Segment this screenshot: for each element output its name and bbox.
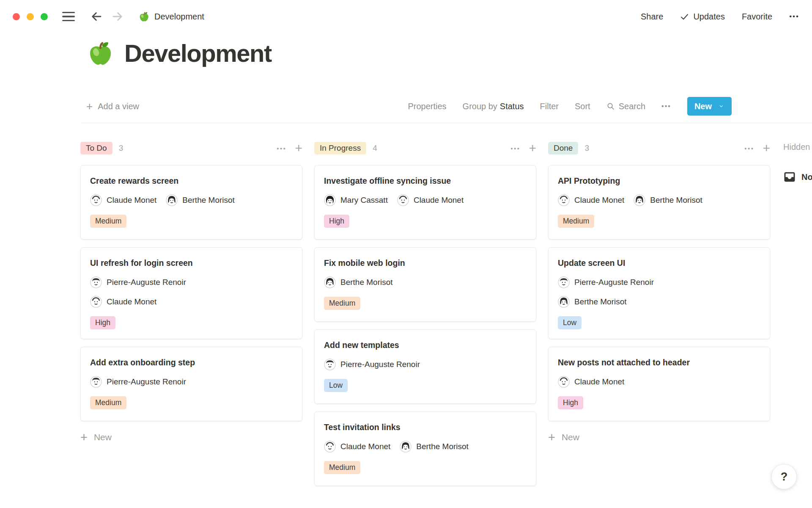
- inbox-icon: [783, 171, 796, 183]
- favorite-label: Favorite: [742, 12, 772, 22]
- card-assignees: Pierre-Auguste Renoir: [90, 376, 293, 388]
- assignee-row: Claude MonetBerthe Morisot: [90, 194, 293, 206]
- kanban-card[interactable]: Fix mobile web login Berthe Morisot Medi…: [314, 247, 536, 322]
- updates-button[interactable]: Updates: [680, 12, 725, 22]
- page-icon-apple[interactable]: [86, 39, 114, 67]
- morisot-avatar-icon: [400, 441, 411, 453]
- sidebar-menu-icon[interactable]: [62, 12, 75, 21]
- column-more-icon[interactable]: •••: [277, 145, 286, 152]
- assignee-name: Berthe Morisot: [650, 196, 702, 205]
- renoir-avatar-icon: [90, 276, 102, 288]
- renoir-avatar-icon: [90, 376, 102, 388]
- assignee-row: Claude MonetBerthe Morisot: [324, 441, 527, 453]
- kanban-card[interactable]: Investigate offline syncing issue Mary C…: [314, 165, 536, 240]
- board-column: To Do 3 ••• + Create rewards screen Clau…: [80, 141, 302, 494]
- column-status-pill[interactable]: To Do: [80, 142, 112, 155]
- monet-avatar-icon: [397, 194, 409, 206]
- group-by-label: Group by: [463, 102, 497, 111]
- kanban-card[interactable]: New posts not attached to header Claude …: [548, 347, 770, 421]
- properties-button[interactable]: Properties: [408, 102, 446, 111]
- card-tag-row: Medium: [324, 461, 527, 474]
- page-header: Development: [86, 39, 272, 67]
- priority-tag: Medium: [324, 297, 360, 310]
- share-button[interactable]: Share: [641, 12, 663, 22]
- view-toolbar: + Add a view Properties Group byStatus F…: [86, 96, 732, 117]
- column-count: 3: [584, 144, 589, 153]
- hidden-columns-label[interactable]: Hidden columns: [783, 142, 812, 152]
- search-button[interactable]: Search: [606, 102, 645, 111]
- help-button[interactable]: ?: [771, 464, 797, 489]
- assignee-row: Claude Monet: [558, 376, 760, 388]
- minimize-button[interactable]: [27, 13, 34, 20]
- assignee-row: Berthe Morisot: [558, 296, 760, 308]
- add-view-button[interactable]: + Add a view: [86, 102, 139, 111]
- notion-window: { "window": { "breadcrumb_title": "Devel…: [0, 0, 812, 508]
- kanban-card[interactable]: Test invitation links Claude MonetBerthe…: [314, 411, 536, 486]
- kanban-card[interactable]: Add extra onboarding step Pierre-Auguste…: [80, 347, 302, 421]
- card-tag-row: Medium: [90, 396, 293, 409]
- no-status-group[interactable]: No Status: [783, 171, 812, 183]
- column-more-icon[interactable]: •••: [744, 145, 754, 152]
- column-header: To Do 3 ••• +: [80, 141, 302, 156]
- kanban-card[interactable]: Update screen UI Pierre-Auguste RenoirBe…: [548, 247, 770, 339]
- column-cards: Create rewards screen Claude MonetBerthe…: [80, 165, 302, 421]
- zoom-button[interactable]: [41, 13, 48, 20]
- card-title: Update screen UI: [558, 257, 760, 269]
- column-add-icon[interactable]: +: [763, 142, 770, 154]
- close-button[interactable]: [13, 13, 20, 20]
- kanban-card[interactable]: UI refresh for login screen Pierre-Augus…: [80, 247, 302, 339]
- card-title: Create rewards screen: [90, 175, 293, 187]
- monet-avatar-icon: [558, 376, 570, 388]
- assignee-morisot: Berthe Morisot: [324, 276, 393, 288]
- card-title: Add extra onboarding step: [90, 356, 293, 368]
- back-arrow-icon[interactable]: [90, 10, 103, 23]
- window-topbar: Development Share Updates Favorite •••: [0, 0, 812, 33]
- assignee-name: Berthe Morisot: [182, 196, 235, 205]
- column-add-icon[interactable]: +: [295, 142, 302, 154]
- search-label: Search: [619, 102, 645, 111]
- column-status-pill[interactable]: In Progress: [314, 142, 366, 155]
- filter-button[interactable]: Filter: [540, 102, 559, 111]
- assignee-name: Pierre-Auguste Renoir: [107, 377, 186, 387]
- group-by-value: Status: [500, 102, 524, 111]
- card-assignees: Claude MonetBerthe Morisot: [90, 194, 293, 206]
- kanban-card[interactable]: Create rewards screen Claude MonetBerthe…: [80, 165, 302, 240]
- breadcrumb[interactable]: Development: [138, 11, 204, 22]
- priority-tag: High: [90, 316, 115, 329]
- favorite-button[interactable]: Favorite: [742, 12, 772, 22]
- no-status-label: No Status: [801, 172, 812, 182]
- priority-tag: Medium: [90, 215, 126, 228]
- monet-avatar-icon: [558, 194, 570, 206]
- morisot-avatar-icon: [558, 296, 570, 308]
- card-assignees: Claude MonetBerthe Morisot: [558, 194, 760, 206]
- topbar-actions: Share Updates Favorite •••: [641, 12, 799, 22]
- column-new-button[interactable]: + New: [80, 432, 302, 442]
- new-button-label: New: [694, 102, 712, 111]
- check-icon: [680, 12, 689, 21]
- card-tag-row: High: [324, 215, 527, 228]
- page-apple-icon: [138, 11, 150, 22]
- more-menu-icon[interactable]: •••: [789, 12, 799, 21]
- add-view-label: Add a view: [98, 102, 139, 111]
- new-button[interactable]: New: [687, 97, 732, 116]
- column-new-button[interactable]: + New: [548, 432, 770, 442]
- column-add-icon[interactable]: +: [529, 142, 536, 154]
- forward-arrow-icon[interactable]: [111, 10, 124, 23]
- column-more-icon[interactable]: •••: [510, 145, 520, 152]
- priority-tag: High: [558, 396, 583, 409]
- plus-icon: +: [80, 432, 88, 442]
- column-header: Done 3 ••• +: [548, 141, 770, 156]
- page-title[interactable]: Development: [124, 39, 272, 67]
- assignee-name: Claude Monet: [340, 442, 390, 451]
- priority-tag: Low: [558, 316, 582, 329]
- kanban-card[interactable]: Add new templates Pierre-Auguste Renoir …: [314, 329, 536, 404]
- assignee-monet: Claude Monet: [90, 296, 156, 308]
- column-actions: ••• +: [510, 142, 536, 154]
- sort-button[interactable]: Sort: [575, 102, 590, 111]
- group-by-button[interactable]: Group byStatus: [463, 102, 524, 111]
- kanban-card[interactable]: API Prototyping Claude MonetBerthe Moris…: [548, 165, 770, 240]
- column-status-pill[interactable]: Done: [548, 142, 578, 155]
- view-more-icon[interactable]: •••: [661, 102, 671, 110]
- column-actions: ••• +: [277, 142, 302, 154]
- card-assignees: Claude Monet: [558, 376, 760, 388]
